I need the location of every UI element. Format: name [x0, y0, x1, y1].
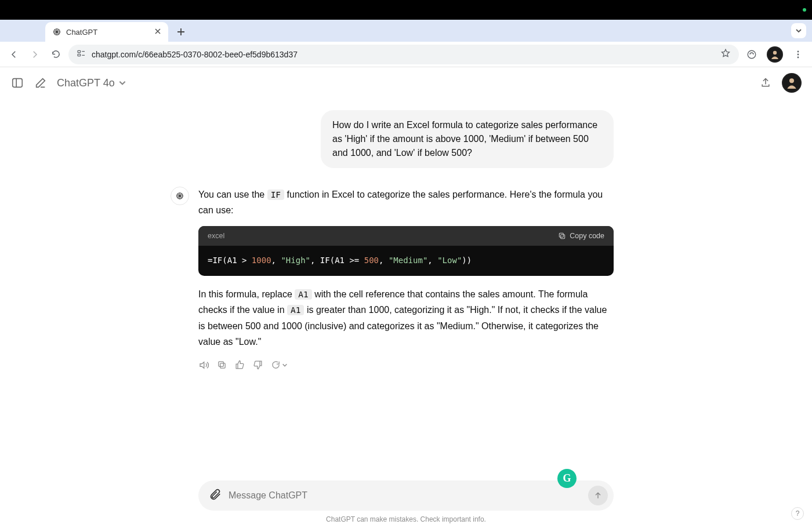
window-titlebar: [0, 0, 812, 20]
message-actions: [198, 360, 614, 370]
user-message: How do I write an Excel formula to categ…: [321, 110, 614, 168]
chevron-down-icon: [118, 79, 126, 87]
inline-code: A1: [295, 289, 311, 300]
text: In this formula, replace: [198, 289, 295, 299]
message-input[interactable]: [229, 490, 581, 501]
user-avatar[interactable]: [782, 73, 802, 93]
code-language-label: excel: [208, 230, 224, 242]
model-selector[interactable]: ChatGPT 4o: [57, 77, 126, 89]
message-composer[interactable]: G: [198, 480, 614, 511]
copy-code-button[interactable]: Copy code: [558, 230, 604, 242]
nav-back-button[interactable]: [6, 46, 22, 63]
chat-scroll-area[interactable]: How do I write an Excel formula to categ…: [0, 99, 812, 493]
model-label: ChatGPT 4o: [57, 77, 115, 89]
tab-title: ChatGPT: [66, 28, 97, 37]
share-icon[interactable]: [759, 76, 773, 90]
code-block: excel Copy code =IF(A1 > 1000, "High", I…: [198, 226, 614, 276]
disclaimer-text: ChatGPT can make mistakes. Check importa…: [0, 515, 812, 523]
regenerate-button[interactable]: [271, 360, 288, 370]
new-chat-icon[interactable]: [34, 76, 48, 90]
bookmark-star-icon[interactable]: [720, 48, 731, 60]
svg-point-6: [798, 50, 799, 52]
nav-reload-button[interactable]: [48, 46, 64, 63]
recording-indicator-icon: [803, 8, 806, 12]
svg-rect-2: [78, 54, 81, 56]
extension-icon[interactable]: [744, 46, 760, 63]
copy-message-button[interactable]: [217, 360, 227, 370]
inline-code: A1: [287, 305, 304, 315]
browser-menu-icon[interactable]: [790, 46, 806, 63]
svg-rect-1: [78, 50, 81, 52]
chatgpt-header: ChatGPT 4o: [0, 67, 812, 99]
profile-avatar[interactable]: [767, 46, 783, 63]
svg-point-11: [789, 78, 794, 83]
svg-rect-15: [220, 363, 226, 369]
assistant-avatar-icon: [171, 187, 189, 205]
svg-rect-13: [561, 235, 565, 239]
copy-icon: [558, 232, 566, 240]
new-tab-button[interactable]: [173, 24, 189, 40]
browser-address-bar: chatgpt.com/c/66eab525-0370-8002-bee0-ef…: [0, 42, 812, 67]
url-input[interactable]: chatgpt.com/c/66eab525-0370-8002-bee0-ef…: [68, 45, 739, 64]
svg-point-8: [798, 56, 799, 58]
code-content[interactable]: =IF(A1 > 1000, "High", IF(A1 >= 500, "Me…: [198, 246, 614, 276]
assistant-message: You can use the IF function in Excel to …: [198, 187, 614, 370]
svg-point-5: [773, 50, 777, 54]
attach-file-button[interactable]: [209, 488, 222, 503]
thumbs-up-button[interactable]: [235, 360, 245, 370]
browser-tab-active[interactable]: ChatGPT: [45, 22, 168, 42]
url-text: chatgpt.com/c/66eab525-0370-8002-bee0-ef…: [92, 50, 298, 59]
nav-forward-button[interactable]: [27, 46, 43, 63]
send-button[interactable]: [588, 486, 608, 505]
chatgpt-favicon-icon: [52, 27, 61, 37]
svg-rect-16: [219, 362, 224, 367]
text: You can use the: [198, 190, 267, 199]
tab-close-icon[interactable]: [154, 28, 161, 37]
svg-point-3: [748, 50, 756, 59]
svg-rect-14: [560, 234, 564, 238]
read-aloud-button[interactable]: [198, 360, 209, 370]
copy-code-label: Copy code: [570, 230, 604, 242]
thumbs-down-button[interactable]: [253, 360, 263, 370]
inline-code: IF: [267, 190, 284, 200]
sidebar-toggle-icon[interactable]: [10, 76, 24, 90]
help-button[interactable]: ?: [791, 507, 804, 520]
browser-tab-strip: ChatGPT: [0, 20, 812, 42]
grammarly-badge-icon[interactable]: G: [557, 469, 577, 488]
svg-point-7: [798, 53, 799, 55]
tab-list-dropdown[interactable]: [791, 23, 806, 38]
site-settings-icon[interactable]: [77, 49, 86, 60]
svg-rect-9: [13, 79, 23, 88]
